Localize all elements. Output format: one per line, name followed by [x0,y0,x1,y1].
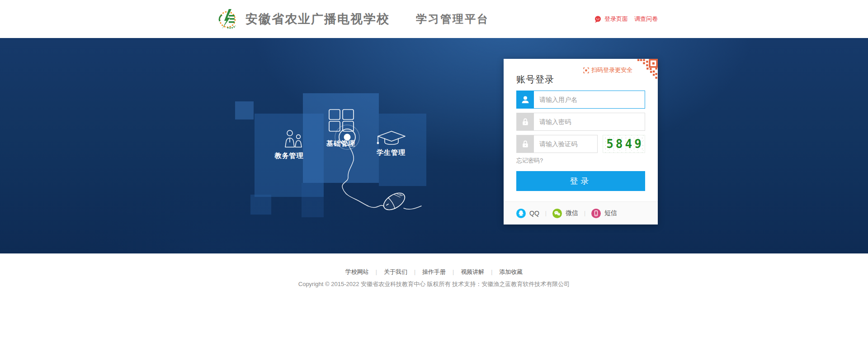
social-separator: | [545,210,547,216]
footer-link-video[interactable]: 视频讲解 [461,268,484,276]
footer-separator: | [491,269,492,275]
school-name: 安徽省农业广播电视学校 [245,11,390,27]
header: 安徽省农业广播电视学校 学习管理平台 登录页面 调查问卷 [0,0,868,38]
hero-deco-square [235,101,254,119]
login-button[interactable]: 登录 [516,171,645,191]
qr-code-corner[interactable] [637,59,658,80]
captcha-input[interactable] [534,135,597,153]
hero-banner: 教务管理 基础管理 学生管理 [0,38,868,253]
forgot-password-link[interactable]: 忘记密码? [516,157,543,165]
footer-link-about[interactable]: 关于我们 [384,268,407,276]
module-label-academic: 教务管理 [255,152,324,160]
platform-title: 学习管理平台 [416,12,489,26]
captcha-image[interactable]: 5849 [603,135,645,153]
wechat-label: 微信 [566,209,578,217]
wechat-login[interactable]: 微信 [552,209,578,218]
footer-separator: | [376,269,377,275]
sms-phone-icon [591,209,601,218]
password-field-row [516,113,645,131]
lock-icon [517,113,534,130]
password-input[interactable] [534,113,645,130]
hero-deco-square [302,183,324,217]
copyright-text: Copyright © 2015-2022 安徽省农业科技教育中心 版权所有 技… [0,280,868,288]
footer-link-favorite[interactable]: 添加收藏 [499,268,523,276]
mouse-cable-tail [404,206,421,209]
footer: 学校网站 | 关于我们 | 操作手册 | 视频讲解 | 添加收藏 Copyrig… [0,253,868,288]
hero-panel-center [303,93,379,183]
qq-label: QQ [529,210,539,217]
chat-bubble-icon [594,15,602,23]
login-page-link[interactable]: 登录页面 [604,15,628,23]
qq-icon [516,209,526,218]
social-login-strip: QQ | 微信 | [504,201,658,224]
login-card: 扫码登录更安全 账号登录 [504,59,658,224]
social-separator: | [584,210,585,216]
scan-login-toggle[interactable]: 扫码登录更安全 [583,66,632,74]
username-input[interactable] [534,91,645,108]
username-field-row [516,91,645,109]
login-title: 账号登录 [516,73,554,86]
footer-separator: | [414,269,415,275]
footer-link-school-site[interactable]: 学校网站 [345,268,369,276]
module-label-basic: 基础管理 [303,139,379,148]
hero-deco-square [250,195,271,215]
module-label-student: 学生管理 [366,148,416,157]
captcha-lock-icon [517,135,534,153]
qq-login[interactable]: QQ [516,209,539,218]
footer-link-manual[interactable]: 操作手册 [422,268,446,276]
sms-label: 短信 [604,209,617,217]
mouse-icon [381,190,407,213]
hero-illustration [0,38,868,253]
user-icon [517,91,534,108]
qr-mini-icon [583,67,589,73]
footer-links: 学校网站 | 关于我们 | 操作手册 | 视频讲解 | 添加收藏 [0,268,868,276]
captcha-field-row [516,135,598,153]
scan-tip-label: 扫码登录更安全 [591,66,632,74]
survey-link[interactable]: 调查问卷 [634,15,658,23]
sms-login[interactable]: 短信 [591,209,617,218]
wechat-icon [552,209,562,218]
footer-separator: | [453,269,454,275]
school-logo-icon [216,7,239,31]
